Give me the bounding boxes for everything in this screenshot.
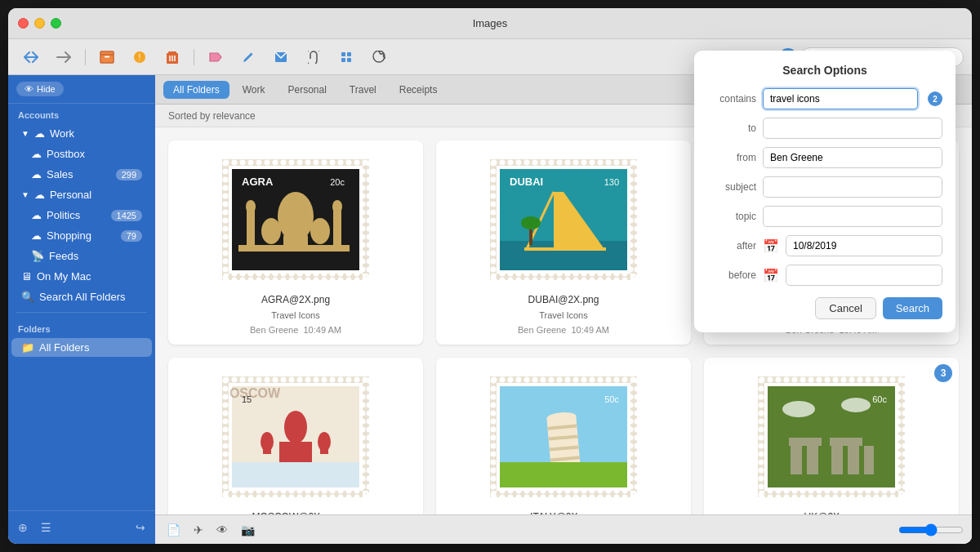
svg-rect-106	[830, 438, 862, 446]
tab-personal[interactable]: Personal	[278, 81, 336, 99]
sidebar-item-on-my-mac[interactable]: 🖥 On My Mac	[11, 267, 152, 286]
settings-button[interactable]	[364, 44, 394, 70]
delete-button[interactable]	[158, 44, 187, 70]
minimize-button[interactable]	[34, 18, 45, 29]
card-folder-dubai: Travel Icons	[539, 310, 588, 320]
svg-rect-97	[758, 376, 764, 497]
compose-button[interactable]	[234, 44, 263, 70]
contains-label: contains	[707, 93, 756, 105]
new-message-button[interactable]: 📄	[163, 520, 184, 540]
attachment-button[interactable]	[299, 44, 328, 70]
after-calendar-icon[interactable]: 📅	[763, 238, 779, 254]
svg-point-108	[782, 401, 815, 417]
tab-receipts[interactable]: Receipts	[390, 81, 448, 99]
image-card-dubai[interactable]: DUBAI 130 DUBAI@2X.png Travel Icons Ben …	[436, 140, 691, 345]
svg-rect-63	[222, 491, 369, 497]
separator-2	[194, 49, 194, 65]
svg-text:AGRA: AGRA	[242, 176, 274, 188]
image-card-uk[interactable]: 3	[704, 358, 959, 514]
cancel-button[interactable]: Cancel	[815, 297, 875, 319]
send-button[interactable]: ✈	[190, 520, 207, 540]
grid-button[interactable]	[332, 44, 361, 70]
camera-button[interactable]: 📷	[238, 520, 258, 540]
before-label: before	[707, 269, 756, 281]
to-input[interactable]	[763, 118, 942, 139]
svg-rect-30	[333, 208, 341, 245]
envelope-button[interactable]	[266, 44, 296, 70]
image-card-italy[interactable]: 50c ITALY@2X.png Travel Icons Ben Greene…	[436, 358, 691, 514]
sidebar-eye-icon: 👁	[24, 84, 33, 94]
sidebar-item-shopping[interactable]: ☁ Shopping 79	[11, 226, 152, 245]
search-button[interactable]: Search	[883, 297, 942, 319]
tab-travel[interactable]: Travel	[340, 81, 386, 99]
sales-badge: 299	[116, 169, 142, 180]
to-row: to	[707, 118, 942, 139]
window-title: Images	[473, 17, 508, 29]
svg-rect-39	[490, 274, 637, 280]
to-label: to	[707, 122, 756, 134]
preview-button[interactable]: 👁	[213, 520, 231, 540]
card-filename-agra: AGRA@2X.png	[261, 294, 330, 305]
card-meta-agra: Ben Greene 10:49 AM	[250, 325, 341, 335]
svg-rect-34	[283, 233, 308, 252]
sidebar-item-search-all[interactable]: 🔍 Search All Folders	[11, 287, 152, 306]
politics-badge: 1425	[111, 210, 142, 221]
tab-work[interactable]: Work	[233, 81, 275, 99]
chevron-down-icon: ▼	[21, 129, 29, 138]
svg-rect-92	[500, 462, 627, 487]
from-input[interactable]	[763, 147, 942, 168]
maximize-button[interactable]	[51, 18, 61, 29]
forward-button[interactable]	[49, 44, 78, 70]
tab-all-folders[interactable]: All Folders	[163, 81, 229, 99]
svg-rect-101	[791, 442, 802, 474]
sidebar-signout-button[interactable]: ↪	[132, 518, 149, 537]
sidebar-item-feeds[interactable]: 📡 Feeds	[11, 247, 152, 265]
accounts-label: Accounts	[8, 104, 155, 123]
sort-label: Sorted by relevance	[168, 110, 256, 122]
back-button[interactable]	[16, 44, 46, 70]
image-card-agra[interactable]: AGRA 20c AGRA@2X.png Travel Icons Ben Gr…	[168, 140, 423, 345]
topic-input[interactable]	[763, 206, 942, 227]
card-filename-uk: UK@2X.png	[804, 511, 859, 514]
sales-cloud-icon: ☁	[31, 168, 42, 180]
separator-1	[85, 49, 86, 65]
after-input[interactable]	[786, 235, 942, 256]
stamp-uk: 60c	[754, 367, 909, 506]
svg-rect-48	[524, 247, 606, 251]
before-input[interactable]	[786, 265, 942, 286]
svg-rect-74	[320, 438, 328, 454]
sidebar-item-personal[interactable]: ▼ ☁ Personal	[11, 185, 152, 204]
svg-rect-70	[291, 421, 301, 444]
sidebar-add-button[interactable]: ⊕	[15, 518, 31, 537]
image-card-moscow[interactable]: OSCOW 15 MOSCOW@2X.png Travel Icons Ben …	[168, 358, 423, 514]
card-folder-agra: Travel Icons	[271, 310, 320, 320]
sidebar-item-sales[interactable]: ☁ Sales 299	[11, 165, 152, 184]
politics-cloud-icon: ☁	[31, 209, 42, 221]
sidebar-item-politics[interactable]: ☁ Politics 1425	[11, 206, 152, 225]
topic-row: topic	[707, 206, 942, 227]
svg-text:130: 130	[604, 177, 619, 187]
subject-input[interactable]	[763, 176, 942, 198]
close-button[interactable]	[18, 18, 29, 29]
topic-label: topic	[707, 211, 756, 222]
hide-button[interactable]: 👁 Hide	[16, 82, 64, 96]
zoom-range[interactable]	[898, 523, 964, 536]
sidebar-item-postbox[interactable]: ☁ Postbox	[11, 145, 152, 163]
zoom-slider	[898, 523, 964, 536]
card-meta-dubai: Ben Greene 10:49 AM	[518, 325, 609, 335]
sidebar-bottom: ⊕ ☰ ↪	[8, 510, 155, 544]
flag-button[interactable]: !	[125, 44, 154, 70]
shopping-cloud-icon: ☁	[31, 229, 42, 242]
sidebar: 👁 Hide Accounts ▼ ☁ Work ☁ Postbox ☁ Sal…	[8, 75, 155, 544]
contains-input[interactable]	[763, 88, 918, 109]
label-button[interactable]	[201, 44, 230, 70]
svg-point-50	[521, 216, 541, 229]
chevron-down-icon-2: ▼	[21, 190, 29, 199]
sidebar-item-all-folders[interactable]: 📁 All Folders	[11, 338, 152, 357]
svg-rect-20	[222, 159, 369, 166]
before-calendar-icon[interactable]: 📅	[763, 268, 779, 283]
archive-button[interactable]	[92, 44, 122, 70]
sidebar-filter-button[interactable]: ☰	[38, 518, 55, 537]
contains-badge: 2	[928, 91, 942, 106]
sidebar-item-work[interactable]: ▼ ☁ Work	[11, 124, 152, 143]
